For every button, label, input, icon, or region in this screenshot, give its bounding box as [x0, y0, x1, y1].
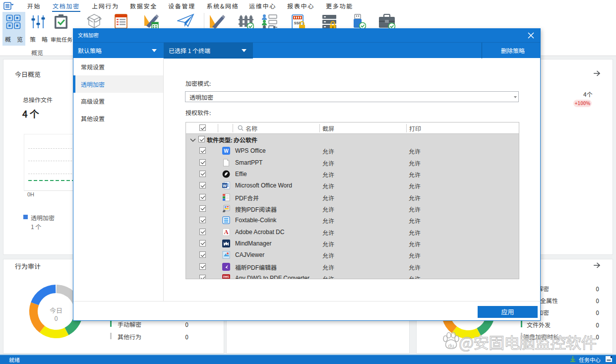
svg-text:W: W [223, 183, 227, 188]
svg-text:DWG: DWG [223, 275, 229, 278]
svg-text:W: W [224, 148, 229, 154]
svg-text:du: du [448, 343, 454, 349]
svg-text:A: A [224, 229, 229, 236]
